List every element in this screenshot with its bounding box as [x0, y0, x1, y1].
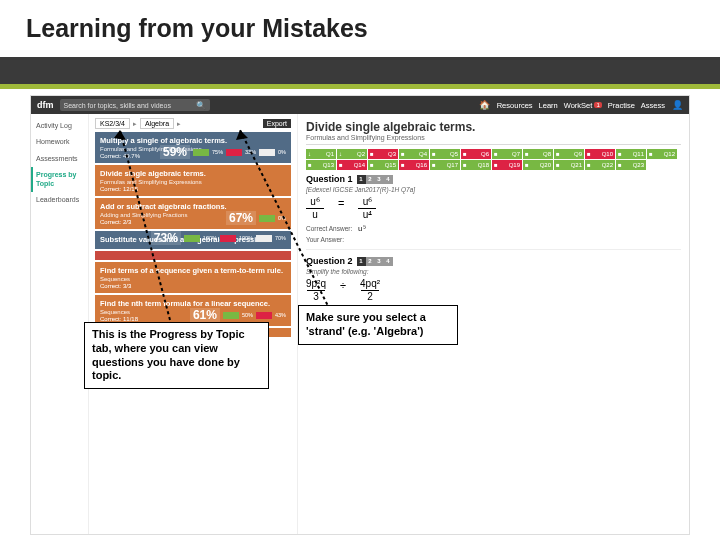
q-part-4[interactable]: 4 — [384, 257, 393, 266]
search-icon[interactable]: 🔍 — [196, 101, 206, 110]
question-cell[interactable]: ■Q13 — [306, 160, 336, 170]
question-cell[interactable]: ■Q9 — [554, 149, 584, 159]
divider — [306, 249, 681, 250]
q-part-2[interactable]: 2 — [366, 257, 375, 266]
question-reference: [Edexcel IGCSE Jan2017(R)-1H Q7a] — [306, 186, 681, 193]
question-cell[interactable]: ■Q10 — [585, 149, 615, 159]
q-part-3[interactable]: 3 — [375, 257, 384, 266]
chevron-right-icon: ▸ — [133, 120, 137, 128]
question-grid: ↓Q1↓Q2■Q3■Q4■Q5■Q6■Q7■Q8■Q9■Q10■Q11■Q12■… — [306, 149, 681, 170]
question-cell[interactable]: ■Q5 — [430, 149, 460, 159]
correct-answer-row: Correct Answer: u⁵ — [306, 224, 681, 233]
question-cell[interactable]: ■Q8 — [523, 149, 553, 159]
search-input[interactable]: Search for topics, skills and videos 🔍 — [60, 99, 210, 111]
slide-title: Learning from your Mistakes — [26, 14, 694, 43]
q-part-2[interactable]: 2 — [366, 175, 375, 184]
question-cell[interactable]: ■Q11 — [616, 149, 646, 159]
breadcrumb: KS2/3/4 ▸ Algebra ▸ Export — [95, 118, 291, 129]
sidebar-item-leaderboards[interactable]: Leaderboards — [31, 192, 88, 208]
nav-resources[interactable]: Resources — [497, 101, 533, 110]
question-cell[interactable]: ■Q19 — [492, 160, 522, 170]
nav-practise[interactable]: Practise — [608, 101, 635, 110]
export-button[interactable]: Export — [263, 119, 291, 128]
question-cell[interactable]: ↓Q2 — [337, 149, 367, 159]
topic-card[interactable]: Divide single algebraic terms. Formulas … — [95, 165, 291, 196]
question-2-expression: 9p²q3 ÷ 4pq²2 — [306, 279, 681, 302]
workset-badge: 1 — [594, 102, 601, 108]
q-part-1[interactable]: 1 — [357, 175, 366, 184]
question-cell[interactable]: ■Q16 — [399, 160, 429, 170]
question-cell[interactable]: ■Q20 — [523, 160, 553, 170]
question-cell[interactable]: ■Q14 — [337, 160, 367, 170]
q-part-1[interactable]: 1 — [357, 257, 366, 266]
crumb-strand[interactable]: Algebra — [140, 118, 174, 129]
question-2-prompt: Simplify the following: — [306, 268, 681, 275]
question-1-header: Question 1 1 2 3 4 — [306, 174, 681, 184]
panel-subtitle: Formulas and Simplifying Expressions — [306, 134, 681, 145]
nav-assess[interactable]: Assess — [641, 101, 665, 110]
question-cell[interactable]: ■Q4 — [399, 149, 429, 159]
sidebar-item-progress[interactable]: Progress by Topic — [31, 167, 88, 192]
sidebar-item-assessments[interactable]: Assessments — [31, 151, 88, 167]
topic-card[interactable] — [95, 251, 291, 260]
question-1-expression: u⁶u = u⁶u⁴ — [306, 197, 681, 220]
chevron-right-icon: ▸ — [177, 120, 181, 128]
callout-progress-tab: This is the Progress by Topic tab, where… — [84, 322, 269, 389]
nav-workset[interactable]: WorkSet1 — [564, 101, 602, 110]
question-2-header: Question 2 1 2 3 4 — [306, 256, 681, 266]
question-cell[interactable]: ■Q3 — [368, 149, 398, 159]
sidebar: Activity Log Homework Assessments Progre… — [31, 114, 89, 534]
q-part-4[interactable]: 4 — [384, 175, 393, 184]
question-cell[interactable]: ■Q21 — [554, 160, 584, 170]
q-part-3[interactable]: 3 — [375, 175, 384, 184]
topic-card[interactable]: Multiply a single of algebraic terms. Fo… — [95, 132, 291, 163]
topic-card[interactable]: Add or subtract algebraic fractions. Add… — [95, 198, 291, 229]
title-accent-bar — [0, 57, 720, 89]
question-cell[interactable]: ↓Q1 — [306, 149, 336, 159]
question-cell[interactable]: ■Q23 — [616, 160, 646, 170]
question-cell[interactable]: ■Q15 — [368, 160, 398, 170]
question-cell[interactable]: ■Q18 — [461, 160, 491, 170]
topic-card[interactable]: Substitute values into an algebraic expr… — [95, 231, 291, 249]
question-cell[interactable]: ■Q17 — [430, 160, 460, 170]
home-icon[interactable]: 🏠 — [479, 100, 491, 110]
question-cell[interactable]: ■Q22 — [585, 160, 615, 170]
nav-learn[interactable]: Learn — [539, 101, 558, 110]
callout-select-strand: Make sure you select a 'strand' (e.g. 'A… — [298, 305, 458, 345]
panel-title: Divide single algebraic terms. — [306, 120, 681, 134]
question-parts: 1 2 3 4 — [357, 175, 393, 184]
top-bar: dfm Search for topics, skills and videos… — [31, 96, 689, 114]
question-cell[interactable]: ■Q7 — [492, 149, 522, 159]
crumb-level[interactable]: KS2/3/4 — [95, 118, 130, 129]
your-answer-row: Your Answer: — [306, 236, 681, 243]
sidebar-item-activity[interactable]: Activity Log — [31, 118, 88, 134]
search-placeholder: Search for topics, skills and videos — [64, 102, 171, 109]
topic-card[interactable]: Find terms of a sequence given a term-to… — [95, 262, 291, 293]
sidebar-item-homework[interactable]: Homework — [31, 134, 88, 150]
avatar[interactable]: 👤 — [671, 100, 683, 110]
question-cell[interactable]: ■Q12 — [647, 149, 677, 159]
logo: dfm — [37, 100, 54, 110]
question-cell[interactable]: ■Q6 — [461, 149, 491, 159]
